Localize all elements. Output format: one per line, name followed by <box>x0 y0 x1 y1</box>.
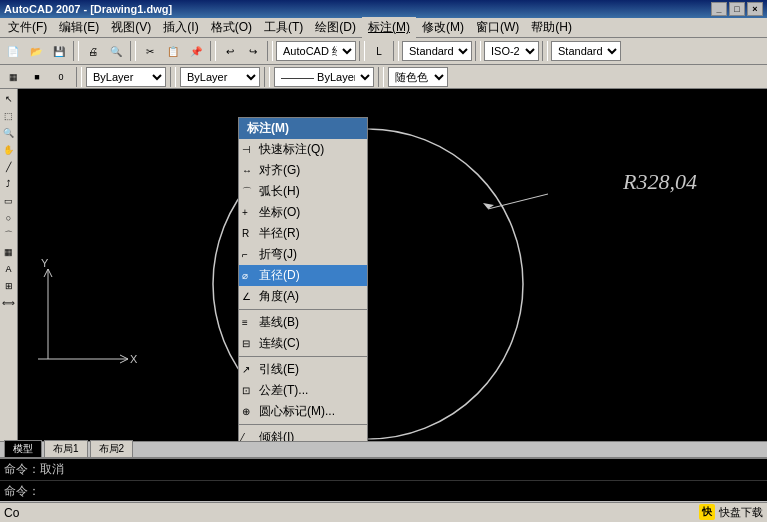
color-select[interactable]: 随色色 <box>388 67 448 87</box>
tool-hatch[interactable]: ▦ <box>1 244 17 260</box>
workspace-select[interactable]: AutoCAD 经典 <box>276 41 356 61</box>
tool-select[interactable]: ↖ <box>1 91 17 107</box>
ctx-tolerance[interactable]: ⊡公差(T)... <box>239 380 367 401</box>
ctx-jog[interactable]: ⌐折弯(J) <box>239 244 367 265</box>
main-content: ↖ ⬚ 🔍 ✋ ╱ ⤴ ▭ ○ ⌒ ▦ A ⊞ ⟺ <box>0 89 767 441</box>
oblique-icon: ∕ <box>242 432 244 441</box>
toolbar-save[interactable]: 💾 <box>48 40 70 62</box>
toolbar-cut[interactable]: ✂ <box>139 40 161 62</box>
context-menu-header: 标注(M) <box>239 118 367 139</box>
context-menu[interactable]: 标注(M) ⊣快速标注(Q) ↔对齐(G) ⌒弧长(H) +坐标(O) R半径(… <box>238 117 368 441</box>
toolbar-sep-11 <box>264 67 270 87</box>
leader-icon: ↗ <box>242 364 250 375</box>
toolbar-layer-btn[interactable]: ▦ <box>2 66 24 88</box>
menu-window[interactable]: 窗口(W) <box>470 17 525 38</box>
coord-icon: + <box>242 207 248 218</box>
toolbar-sep-5 <box>359 41 365 61</box>
menu-dimension[interactable]: 标注(M) <box>362 17 416 38</box>
status-bar: Co 快 快盘下载 <box>0 502 767 522</box>
toolbar-undo[interactable]: ↩ <box>219 40 241 62</box>
minimize-button[interactable]: _ <box>711 2 727 16</box>
ctx-quick-dim[interactable]: ⊣快速标注(Q) <box>239 139 367 160</box>
radius-icon: R <box>242 228 249 239</box>
toolbar-sep-2 <box>130 41 136 61</box>
iso-select[interactable]: ISO-25 <box>484 41 539 61</box>
tool-insert[interactable]: ⊞ <box>1 278 17 294</box>
title-bar: AutoCAD 2007 - [Drawing1.dwg] _ □ × <box>0 0 767 18</box>
menu-edit[interactable]: 编辑(E) <box>53 17 105 38</box>
ctx-baseline[interactable]: ≡基线(B) <box>239 312 367 333</box>
svg-line-2 <box>120 355 128 359</box>
ctx-arc-length[interactable]: ⌒弧长(H) <box>239 181 367 202</box>
standard-select[interactable]: Standard <box>402 41 472 61</box>
toolbar-sep-9 <box>76 67 82 87</box>
tool-pan[interactable]: ✋ <box>1 142 17 158</box>
tab-layout1[interactable]: 布局1 <box>44 440 88 457</box>
standard-select-2[interactable]: Standard <box>551 41 621 61</box>
jog-icon: ⌐ <box>242 249 248 260</box>
toolbar-open[interactable]: 📂 <box>25 40 47 62</box>
tool-text[interactable]: A <box>1 261 17 277</box>
toolbar-row-1: 📄 📂 💾 🖨 🔍 ✂ 📋 📌 ↩ ↪ AutoCAD 经典 L Standar… <box>0 38 767 64</box>
svg-line-1 <box>48 269 52 277</box>
tool-arc[interactable]: ⌒ <box>1 227 17 243</box>
ctx-sep-3 <box>239 424 367 425</box>
toolbar-row-2: ▦ ■ 0 ByLayer ByLayer ——— ByLayer 随色色 <box>0 64 767 88</box>
menu-file[interactable]: 文件(F) <box>2 17 53 38</box>
ctx-radius[interactable]: R半径(R) <box>239 223 367 244</box>
ctx-continue[interactable]: ⊟连续(C) <box>239 333 367 354</box>
close-button[interactable]: × <box>747 2 763 16</box>
toolbar-layer[interactable]: L <box>368 40 390 62</box>
ctx-leader[interactable]: ↗引线(E) <box>239 359 367 380</box>
app-window: AutoCAD 2007 - [Drawing1.dwg] _ □ × 文件(F… <box>0 0 767 522</box>
toolbar-paste[interactable]: 📌 <box>185 40 207 62</box>
tab-model[interactable]: 模型 <box>4 440 42 457</box>
menu-help[interactable]: 帮助(H) <box>525 17 578 38</box>
bylayer-select-2[interactable]: ByLayer <box>180 67 260 87</box>
bylayer-select-3[interactable]: ——— ByLayer <box>274 67 374 87</box>
watermark-text: 快盘下载 <box>719 505 763 520</box>
tool-polyline[interactable]: ⤴ <box>1 176 17 192</box>
toolbar-copy[interactable]: 📋 <box>162 40 184 62</box>
ctx-sep-1 <box>239 309 367 310</box>
baseline-icon: ≡ <box>242 317 248 328</box>
menu-insert[interactable]: 插入(I) <box>157 17 204 38</box>
ctx-oblique[interactable]: ∕倾斜(I) <box>239 427 367 441</box>
toolbar-layer2[interactable]: ■ <box>26 66 48 88</box>
toolbar-new[interactable]: 📄 <box>2 40 24 62</box>
menu-view[interactable]: 视图(V) <box>105 17 157 38</box>
ctx-angle[interactable]: ∠角度(A) <box>239 286 367 307</box>
tab-layout2[interactable]: 布局2 <box>90 440 134 457</box>
tool-zoom[interactable]: 🔍 <box>1 125 17 141</box>
tool-dim[interactable]: ⟺ <box>1 295 17 311</box>
toolbar-color[interactable]: 0 <box>50 66 72 88</box>
toolbar-sep-10 <box>170 67 176 87</box>
ctx-diameter[interactable]: ⌀直径(D) <box>239 265 367 286</box>
toolbar-sep-8 <box>542 41 548 61</box>
dim-line <box>488 194 548 209</box>
tool-rect[interactable]: ▭ <box>1 193 17 209</box>
tool-circle[interactable]: ○ <box>1 210 17 226</box>
toolbar-sep-3 <box>210 41 216 61</box>
maximize-button[interactable]: □ <box>729 2 745 16</box>
toolbar-print[interactable]: 🖨 <box>82 40 104 62</box>
ctx-center-mark[interactable]: ⊕圆心标记(M)... <box>239 401 367 422</box>
svg-line-3 <box>120 359 128 363</box>
tool-select2[interactable]: ⬚ <box>1 108 17 124</box>
menu-tools[interactable]: 工具(T) <box>258 17 309 38</box>
menu-modify[interactable]: 修改(M) <box>416 17 470 38</box>
ctx-coord[interactable]: +坐标(O) <box>239 202 367 223</box>
svg-line-0 <box>44 269 48 277</box>
toolbar-preview[interactable]: 🔍 <box>105 40 127 62</box>
tool-line[interactable]: ╱ <box>1 159 17 175</box>
drawing-canvas[interactable]: Y X R328,04 标注(M) ⊣快速标注(Q) ↔对齐(G) ⌒弧长(H) <box>18 89 767 441</box>
left-toolbox: ↖ ⬚ 🔍 ✋ ╱ ⤴ ▭ ○ ⌒ ▦ A ⊞ ⟺ <box>0 89 18 441</box>
ctx-align[interactable]: ↔对齐(G) <box>239 160 367 181</box>
command-line-2[interactable]: 命令： <box>0 481 767 503</box>
toolbar-redo[interactable]: ↪ <box>242 40 264 62</box>
watermark-icon: 快 <box>699 504 715 520</box>
menu-format[interactable]: 格式(O) <box>205 17 258 38</box>
menu-draw[interactable]: 绘图(D) <box>309 17 362 38</box>
bylayer-select-1[interactable]: ByLayer <box>86 67 166 87</box>
align-icon: ↔ <box>242 165 252 176</box>
